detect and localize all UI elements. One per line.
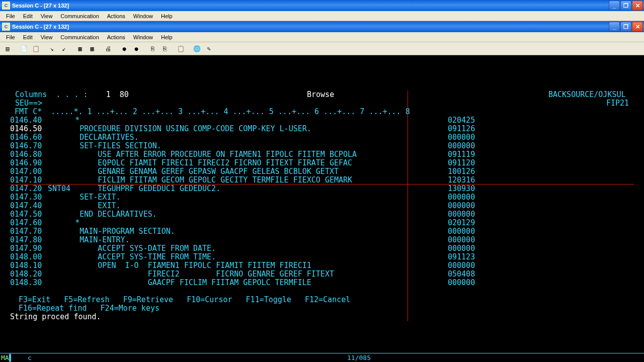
mod-date: 020425	[448, 116, 475, 125]
menu-file[interactable]: File	[2, 33, 19, 41]
recv-icon[interactable]: ↙	[58, 43, 69, 54]
fkeys-row-1: F3=Exit F5=Refresh F9=Retrieve F10=Curso…	[14, 296, 350, 304]
source-code: GENARE GENAMA GEREF GEPASW GAACPF GELEAS…	[48, 167, 339, 176]
fkeys1: F3=Exit F5=Refresh F9=Retrieve F10=Curso…	[0, 296, 644, 304]
source-line: 0146.90 EQPOLC FIAMIT FIRECI1 FIRECI2 FI…	[0, 159, 644, 167]
menu-help[interactable]: Help	[157, 12, 177, 20]
oia-session-id: c	[28, 354, 32, 361]
sequence-number: 0147.70	[10, 227, 42, 236]
menu-communication[interactable]: Communication	[56, 33, 103, 41]
record-icon[interactable]: ●	[131, 43, 142, 54]
maximize-button-inner[interactable]: ❐	[620, 22, 631, 32]
mod-date: 000000	[448, 202, 475, 210]
inner-menubar: FileEditViewCommunicationActionsWindowHe…	[0, 32, 644, 42]
macro1-icon[interactable]: ▦	[74, 43, 86, 54]
source-code: ACCEPT SYS-DATE FROM DATE.	[48, 244, 216, 253]
sequence-number: 0147.40	[10, 202, 42, 210]
menu-actions[interactable]: Actions	[103, 33, 129, 41]
outer-menubar: FileEditViewCommunicationActionsWindowHe…	[0, 11, 644, 21]
sequence-number: 0148.10	[10, 261, 42, 270]
message-line: String proced found.	[10, 313, 101, 321]
stop-rec-icon[interactable]: ●	[119, 43, 130, 54]
app-icon-inner: C	[2, 23, 10, 31]
sequence-number: 0146.60	[10, 133, 42, 142]
sequence-number: 0147.30	[10, 193, 42, 202]
source-code: PROCEDURE DIVISION USING COMP-CODE COMP-…	[48, 125, 311, 133]
mod-date: 091123	[448, 253, 475, 261]
menu-edit[interactable]: Edit	[19, 33, 37, 41]
source-line: 0146.50 PROCEDURE DIVISION USING COMP-CO…	[0, 125, 644, 133]
menu-edit[interactable]: Edit	[19, 12, 37, 20]
browse-mode: Browse	[307, 90, 334, 99]
oia-status-bar: MA ▌ c 11/085	[0, 353, 644, 362]
sequence-number: 0147.80	[10, 236, 42, 244]
sequence-number: 0146.40	[10, 116, 42, 125]
source-code: MAIN-PROGRAM SECTION.	[48, 227, 175, 236]
sequence-number: 0148.30	[10, 279, 42, 287]
msg: String proced found.	[0, 313, 644, 321]
macro2-icon[interactable]: ▦	[87, 43, 98, 54]
source-line: 0147.10 FICLIM FIITAM GECOM GEPOLC GECIT…	[0, 176, 644, 185]
menu-window[interactable]: Window	[129, 12, 157, 20]
mod-date: 000000	[448, 193, 475, 202]
help-eraser-icon[interactable]: ✎	[203, 43, 214, 54]
maximize-button-outer[interactable]: ❐	[620, 1, 631, 11]
seu-ruler: FMT C* .....*. 1 ...+... 2 ...+... 3 ...…	[0, 108, 644, 116]
copy-icon[interactable]: 📄	[18, 43, 29, 54]
minimize-button-inner[interactable]: _	[609, 22, 620, 32]
sequence-number: 0146.70	[10, 142, 42, 150]
source-line: 0146.70 SET-FILES SECTION.000000	[0, 142, 644, 150]
mod-date: 000000	[448, 236, 475, 244]
source-code: *	[48, 116, 79, 125]
jump-prev-icon[interactable]: ⎘	[147, 43, 158, 54]
source-line: 0146.80 USE AFTER ERROR PROCEDURE ON FIA…	[0, 150, 644, 159]
mod-date: 000000	[448, 261, 475, 270]
sequence-number: 0147.60	[10, 219, 42, 227]
clipboard-icon[interactable]: 📋	[175, 43, 186, 54]
mod-date: 130930	[448, 185, 475, 193]
source-line: 0147.60 *020129	[0, 219, 644, 227]
sequence-number: 0146.50	[10, 125, 42, 133]
source-code: FICLIM FIITAM GECOM GEPOLC GECITY TERMFI…	[48, 176, 352, 185]
toolbar: ▤📄📋↘↙▦▦🖨●●⎘⎘📋🌐✎	[0, 42, 644, 55]
terminal-5250[interactable]: Columns . . . : 1 80BrowseBACKSOURCE/OJK…	[0, 55, 644, 347]
send-icon[interactable]: ↘	[46, 43, 57, 54]
inner-window-titlebar: C Session C - [27 x 132] _ ❐ ✕	[0, 21, 644, 32]
menu-actions[interactable]: Actions	[103, 12, 129, 20]
menu-view[interactable]: View	[37, 12, 57, 20]
outer-window-titlebar: C Session C - [27 x 132] _ ❐ ✕	[0, 0, 644, 11]
seu-header: Columns . . . : 1 80BrowseBACKSOURCE/OJK…	[0, 90, 644, 99]
close-button-outer[interactable]: ✕	[632, 1, 643, 11]
print-icon[interactable]: 🖨	[103, 43, 114, 54]
jump-next-icon[interactable]: ⎘	[159, 43, 170, 54]
inner-window-title: Session C - [27 x 132]	[12, 24, 69, 30]
globe-icon[interactable]: 🌐	[191, 43, 202, 54]
source-code: *	[48, 219, 79, 227]
mod-date: 120316	[448, 176, 475, 185]
menu-view[interactable]: View	[37, 33, 57, 41]
paste-icon[interactable]: 📋	[30, 43, 41, 54]
source-code: OPEN I-O FIAMEN1 FIPOLC FIAMIT FIITEM FI…	[48, 261, 311, 270]
menu-file[interactable]: File	[2, 12, 19, 20]
minimize-button-outer[interactable]: _	[609, 1, 620, 11]
menu-window[interactable]: Window	[129, 33, 157, 41]
source-code: SET-EXIT.	[48, 193, 121, 202]
close-button-inner[interactable]: ✕	[632, 22, 643, 32]
menu-communication[interactable]: Communication	[56, 12, 103, 20]
mod-date: 000000	[448, 133, 475, 142]
sequence-number: 0148.20	[10, 270, 42, 279]
source-code: EXIT.	[48, 202, 121, 210]
mod-date: 000000	[448, 142, 475, 150]
sequence-number: 0147.20	[10, 185, 42, 193]
source-line: 0147.40 EXIT.000000	[0, 202, 644, 210]
mod-date: 050408	[448, 270, 475, 279]
source-code: ACCEPT SYS-TIME FROM TIME.	[48, 253, 216, 261]
source-line: 0147.30 SET-EXIT.000000	[0, 193, 644, 202]
source-code: SNT04 TEGUHPRF GEDEDUC1 GEDEDUC2.	[48, 185, 220, 193]
host-connect-icon[interactable]: ▤	[2, 43, 13, 54]
menu-help[interactable]: Help	[157, 33, 177, 41]
source-line: 0147.80 MAIN-ENTRY.000000	[0, 236, 644, 244]
source-line: 0148.30 GAACPF FICLIM FIITAM GEPOLC TERM…	[0, 279, 644, 287]
source-line: 0147.00 GENARE GENAMA GEREF GEPASW GAACP…	[0, 167, 644, 176]
oia-cursor-position: 11/085	[347, 354, 371, 361]
